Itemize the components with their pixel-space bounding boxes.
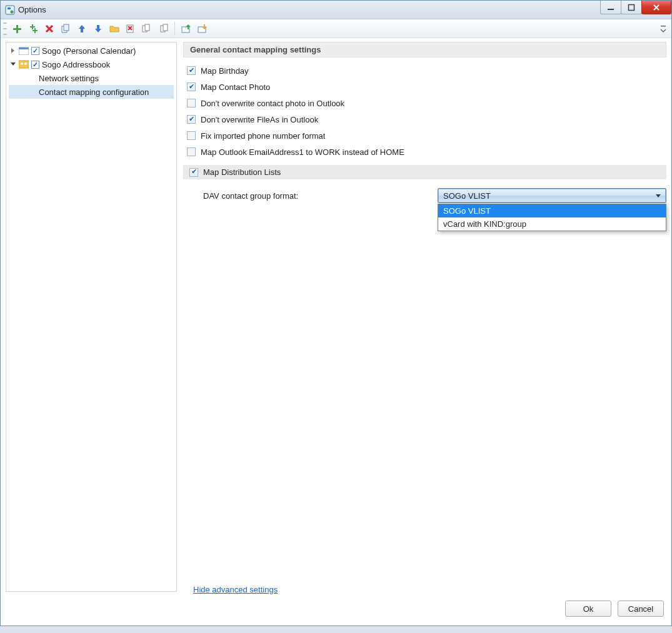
tree-label: Sogo (Personal Calendar) [42,46,136,56]
svg-rect-5 [13,28,21,30]
tree-label: Network settings [39,74,99,83]
section-header: General contact mapping settings [183,42,666,57]
checkbox[interactable] [187,115,196,124]
delete-button[interactable] [42,21,57,36]
move-down-button[interactable] [91,21,106,36]
settings-pane: General contact mapping settings Map Bir… [183,42,666,592]
svg-point-24 [24,62,27,65]
ok-button[interactable]: Ok [565,601,611,617]
combo-option[interactable]: SOGo VLIST [438,204,666,217]
folder-button[interactable] [107,21,122,36]
svg-rect-16 [163,24,168,31]
options-window: Options [0,0,672,626]
tree-item-calendar[interactable]: Sogo (Personal Calendar) [9,44,174,57]
tree-item-addressbook[interactable]: Sogo Addressbook [9,57,174,71]
check-label: Don't overwrite FileAs in Outlook [201,115,318,124]
svg-rect-19 [661,26,666,27]
paste-all-button[interactable] [156,21,171,36]
checkbox[interactable] [187,131,196,140]
tree-checkbox[interactable] [31,61,39,69]
format-field: DAV contact group format: SOGo VLIST SOG… [183,188,666,203]
svg-rect-3 [629,4,634,10]
add-button[interactable] [9,21,24,36]
footer: Ok Cancel [1,596,671,626]
checkbox[interactable] [189,168,198,177]
toolbar-overflow[interactable] [658,21,669,37]
svg-rect-2 [608,9,614,10]
profile-tree[interactable]: Sogo (Personal Calendar) Sogo Addressboo… [6,42,177,592]
svg-rect-21 [19,47,29,49]
combo-option[interactable]: vCard with KIND:group [438,217,666,231]
checkbox[interactable] [187,99,196,107]
app-icon [4,4,16,16]
export-button[interactable] [195,21,210,36]
svg-rect-22 [19,61,29,68]
window-buttons [601,1,671,14]
combo-button[interactable]: SOGo VLIST [438,188,666,203]
check-no-overwrite-fileas[interactable]: Don't overwrite FileAs in Outlook [187,111,663,127]
checkbox[interactable] [187,82,196,91]
check-label: Map Contact Photo [201,82,270,92]
check-label: Map Outlook EmailAddress1 to WORK instea… [201,147,404,157]
caret-right-icon [10,47,16,54]
dist-list-header[interactable]: Map Distribution Lists [183,165,666,179]
clear-button[interactable] [123,21,138,36]
close-button[interactable] [641,1,671,14]
toolbar-grip [3,22,7,35]
svg-point-23 [21,62,23,65]
toolbar [1,19,671,38]
combo-dropdown[interactable]: SOGo VLIST vCard with KIND:group [438,204,666,231]
minimize-button[interactable] [600,1,621,14]
tree-child-mapping[interactable]: Contact mapping configuration [9,85,174,99]
check-label: Map Birthday [201,66,249,76]
body: Sogo (Personal Calendar) Sogo Addressboo… [1,38,671,596]
caret-down-icon [10,61,16,67]
tree-child-network[interactable]: Network settings [9,71,174,85]
check-list: Map Birthday Map Contact Photo Don't ove… [183,57,666,164]
import-button[interactable] [179,21,194,36]
maximize-button[interactable] [621,1,642,14]
svg-rect-11 [64,24,69,31]
add-multi-button[interactable] [26,21,41,36]
hide-advanced-link[interactable]: Hide advanced settings [193,585,278,594]
toolbar-separator [174,22,175,36]
svg-point-1 [11,10,14,13]
format-combo[interactable]: SOGo VLIST SOGo VLIST vCard with KIND:gr… [438,188,666,203]
move-up-button[interactable] [74,21,89,36]
checkbox[interactable] [187,66,196,75]
contacts-icon [19,60,29,69]
tree-label: Contact mapping configuration [39,87,149,97]
check-no-overwrite-photo[interactable]: Don't overwrite contact photo in Outlook [187,95,663,111]
copy-all-button[interactable] [139,21,154,36]
check-label: Don't overwrite contact photo in Outlook [201,99,344,108]
check-email-work[interactable]: Map Outlook EmailAddress1 to WORK instea… [187,144,663,160]
tree-label: Sogo Addressbook [42,60,110,69]
check-fix-phone[interactable]: Fix imported phone number format [187,127,663,144]
check-map-photo[interactable]: Map Contact Photo [187,79,663,95]
checkbox[interactable] [187,147,196,156]
svg-rect-7 [30,26,35,27]
combo-value: SOGo VLIST [443,191,491,201]
titlebar: Options [1,1,671,19]
check-map-birthday[interactable]: Map Birthday [187,62,663,79]
svg-rect-14 [145,24,149,31]
svg-rect-9 [33,30,38,31]
format-label: DAV contact group format: [203,191,298,201]
check-label: Map Distribution Lists [203,167,281,177]
tree-checkbox[interactable] [31,47,39,55]
window-title: Options [18,5,46,14]
check-label: Fix imported phone number format [201,131,325,141]
cancel-button[interactable]: Cancel [618,601,664,617]
calendar-icon [19,46,29,55]
svg-rect-0 [6,6,14,14]
copy-button[interactable] [58,21,73,36]
